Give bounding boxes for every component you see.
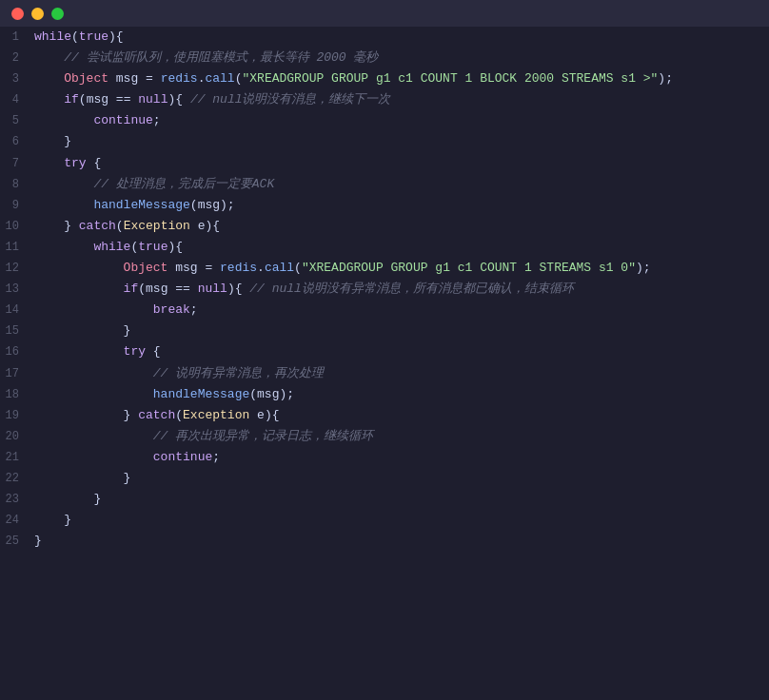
- token-kw: true: [138, 240, 168, 254]
- line-content: // 尝试监听队列，使用阻塞模式，最长等待 2000 毫秒: [34, 48, 769, 68]
- token-cm: // 尝试监听队列，使用阻塞模式，最长等待 2000 毫秒: [34, 50, 378, 65]
- token-kw: if: [34, 282, 138, 296]
- code-line: 11 while(true){: [0, 237, 769, 258]
- token-op: }: [34, 323, 130, 338]
- code-line: 4 if(msg == null){ // null说明没有消息，继续下一次: [0, 89, 769, 110]
- line-content: if(msg == null){ // null说明没有消息，继续下一次: [34, 89, 769, 110]
- code-line: 15 }: [0, 321, 769, 341]
- token-cm: // null说明没有异常消息，所有消息都已确认，结束循环: [249, 282, 574, 296]
- code-line: 12 Object msg = redis.call("XREADGROUP G…: [0, 258, 769, 279]
- maximize-button[interactable]: [51, 8, 64, 20]
- token-op: ){: [108, 29, 124, 44]
- token-fn: call: [265, 261, 294, 275]
- token-op: ==: [108, 92, 138, 107]
- token-fn: handleMessage: [34, 387, 249, 401]
- token-op: }: [34, 534, 42, 548]
- token-op: {: [146, 344, 161, 359]
- code-line: 5 continue;: [0, 110, 769, 131]
- token-op: ){: [205, 219, 227, 233]
- token-op: {: [87, 156, 102, 170]
- line-content: // 再次出现异常，记录日志，继续循环: [34, 426, 769, 447]
- token-fn: call: [205, 71, 234, 86]
- code-line: 7 try {: [0, 153, 769, 174]
- token-var: e: [249, 408, 265, 422]
- code-line: 1while(true){: [0, 27, 769, 48]
- line-content: handleMessage(msg);: [34, 384, 769, 405]
- token-op: }: [34, 471, 130, 485]
- line-content: // 处理消息，完成后一定要ACK: [34, 174, 769, 195]
- code-line: 8 // 处理消息，完成后一定要ACK: [0, 174, 769, 195]
- token-cm: // 再次出现异常，记录日志，继续循环: [34, 429, 373, 443]
- token-op: (: [175, 408, 183, 422]
- token-cls: Exception: [124, 219, 190, 233]
- line-content: }: [34, 468, 769, 489]
- token-kw: try: [34, 156, 87, 170]
- token-str: "XREADGROUP GROUP g1 c1 COUNT 1 STREAMS …: [302, 261, 636, 275]
- token-var: e: [190, 219, 206, 233]
- token-op: );: [658, 71, 673, 86]
- token-op: ;: [153, 113, 161, 127]
- minimize-button[interactable]: [31, 8, 44, 20]
- token-op: (: [138, 282, 146, 296]
- token-var: msg =: [108, 71, 161, 86]
- code-line: 23 }: [0, 489, 769, 510]
- line-number: 21: [0, 448, 34, 467]
- code-line: 19 } catch(Exception e){: [0, 405, 769, 426]
- code-line: 17 // 说明有异常消息，再次处理: [0, 363, 769, 384]
- token-op: (: [294, 261, 302, 275]
- token-op: }: [34, 408, 138, 422]
- token-cm: // null说明没有消息，继续下一次: [190, 92, 391, 107]
- token-kw: null: [198, 282, 227, 296]
- token-cm: // 说明有异常消息，再次处理: [34, 366, 324, 380]
- line-number: 20: [0, 427, 34, 446]
- line-content: if(msg == null){ // null说明没有异常消息，所有消息都已确…: [34, 279, 769, 300]
- token-redis: redis: [220, 261, 257, 275]
- token-obj: Object: [34, 71, 108, 86]
- token-kw: catch: [79, 219, 116, 233]
- token-str: "XREADGROUP GROUP g1 c1 COUNT 1 BLOCK 20…: [242, 71, 658, 86]
- line-content: continue;: [34, 447, 769, 468]
- token-obj: Object: [34, 261, 168, 275]
- token-kw: catch: [138, 408, 175, 422]
- code-line: 21 continue;: [0, 447, 769, 468]
- title-bar: [0, 0, 769, 27]
- line-number: 10: [0, 217, 34, 236]
- line-number: 7: [0, 154, 34, 173]
- code-line: 9 handleMessage(msg);: [0, 195, 769, 216]
- token-cm: // 处理消息，完成后一定要ACK: [34, 177, 274, 191]
- line-number: 2: [0, 49, 34, 68]
- token-kw: null: [138, 92, 168, 107]
- line-content: break;: [34, 300, 769, 321]
- token-op: (: [79, 92, 87, 107]
- code-line: 6 }: [0, 131, 769, 152]
- code-line: 16 try {: [0, 341, 769, 362]
- line-number: 8: [0, 175, 34, 194]
- code-line: 2 // 尝试监听队列，使用阻塞模式，最长等待 2000 毫秒: [0, 48, 769, 68]
- token-kw: continue: [34, 450, 212, 464]
- line-number: 6: [0, 132, 34, 151]
- token-op: }: [34, 219, 79, 233]
- token-op: }: [34, 134, 71, 148]
- line-number: 9: [0, 196, 34, 215]
- line-number: 24: [0, 511, 34, 530]
- code-line: 25}: [0, 531, 769, 552]
- close-button[interactable]: [11, 8, 24, 20]
- line-number: 18: [0, 385, 34, 404]
- line-content: // 说明有异常消息，再次处理: [34, 363, 769, 384]
- token-op: ){: [168, 92, 189, 107]
- line-content: try {: [34, 153, 769, 174]
- code-line: 20 // 再次出现异常，记录日志，继续循环: [0, 426, 769, 447]
- token-op: );: [636, 261, 651, 275]
- token-kw: continue: [34, 113, 153, 127]
- line-content: handleMessage(msg);: [34, 195, 769, 216]
- line-number: 12: [0, 259, 34, 278]
- token-op: ){: [227, 282, 249, 296]
- token-op: );: [279, 387, 294, 401]
- line-content: } catch(Exception e){: [34, 405, 769, 426]
- line-number: 4: [0, 90, 34, 109]
- token-op: (: [71, 29, 79, 44]
- line-number: 1: [0, 28, 34, 47]
- token-kw: true: [79, 29, 108, 44]
- line-content: } catch(Exception e){: [34, 216, 769, 237]
- token-op: (: [116, 219, 124, 233]
